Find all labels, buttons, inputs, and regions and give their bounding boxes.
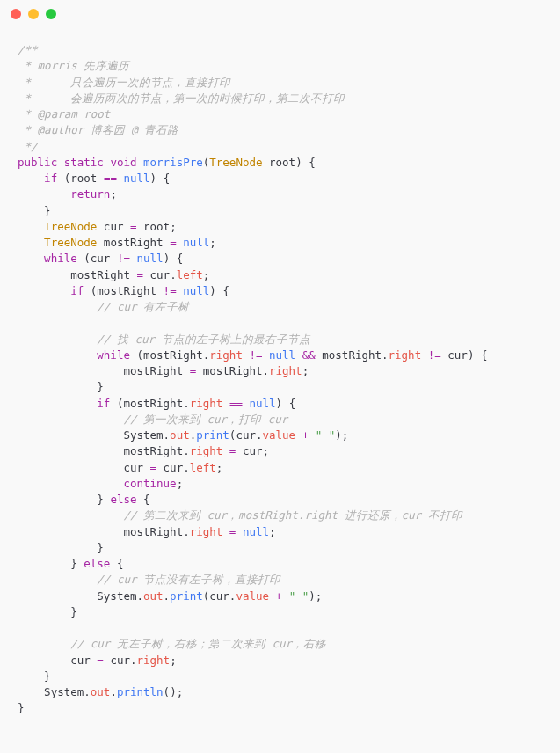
kw-while: while <box>44 252 77 265</box>
semi: ; <box>342 428 349 442</box>
kw-null: null <box>183 284 209 297</box>
op-assign: = <box>170 236 177 249</box>
rparen: ) <box>209 284 216 297</box>
kw-if: if <box>44 172 57 185</box>
rparen: ) <box>164 252 171 265</box>
ident-mostright: mostRight <box>143 348 203 362</box>
kw-void: void <box>110 156 136 169</box>
ident-cur: cur <box>243 444 263 457</box>
ident-mostright: mostRight <box>123 444 183 457</box>
prop-value: value <box>263 428 296 442</box>
dot: . <box>170 268 177 281</box>
ident-mostright: mostRight <box>70 268 130 281</box>
ident-cur: cur <box>110 654 130 667</box>
kw-null: null <box>183 236 209 249</box>
op-andand: && <box>302 348 316 362</box>
kw-public: public <box>18 156 57 169</box>
dot: . <box>262 364 269 377</box>
op-assign: = <box>97 654 104 667</box>
op-assign: = <box>136 268 143 281</box>
rbrace: } <box>70 557 77 570</box>
comment-line: * 只会遍历一次的节点，直接打印 <box>18 76 230 89</box>
comment-line: * @author 博客园 @ 青石路 <box>18 123 178 136</box>
semi: ; <box>177 477 184 490</box>
semi: ; <box>263 444 270 457</box>
kw-return: return <box>70 187 110 201</box>
op-neq: != <box>428 348 441 362</box>
dot: . <box>382 348 389 362</box>
comment-line: /** <box>18 43 38 56</box>
ident-cur: cur <box>447 348 468 362</box>
ident-cur: cur <box>209 589 229 603</box>
lbrace: { <box>177 252 184 265</box>
param-root: root <box>269 156 295 169</box>
ident-mostright: mostRight <box>123 525 183 538</box>
rbrace: } <box>97 493 104 506</box>
ident-root: root <box>143 220 170 233</box>
prop-right: right <box>190 444 223 457</box>
ident-system: System <box>123 428 163 442</box>
ident-cur: cur <box>91 252 111 265</box>
kw-else: else <box>110 493 136 506</box>
rparen: ) <box>309 589 316 603</box>
prop-out: out <box>91 685 111 698</box>
code-window: /** * morris 先序遍历 * 只会遍历一次的节点，直接打印 * 会遍历… <box>0 0 560 738</box>
semi: ; <box>170 220 177 233</box>
ident-mostright: mostRight <box>322 348 382 362</box>
prop-left: left <box>177 268 203 281</box>
string-space: " " <box>289 589 309 603</box>
prop-right: right <box>389 348 422 362</box>
close-icon[interactable] <box>11 9 21 19</box>
op-plus: + <box>302 428 309 442</box>
kw-null: null <box>137 252 164 265</box>
ident-root: root <box>70 172 97 185</box>
type-treenode: TreeNode <box>44 220 97 233</box>
kw-null: null <box>123 172 149 185</box>
op-neq: != <box>164 284 177 297</box>
kw-if: if <box>70 284 84 297</box>
semi: ; <box>177 685 184 698</box>
comment-line: // cur 有左子树 <box>97 300 189 313</box>
comment-line: // 第二次来到 cur，mostRight.right 进行还原，cur 不打… <box>123 508 462 522</box>
prop-value: value <box>236 589 269 603</box>
op-neq: != <box>117 252 130 265</box>
rbrace: } <box>44 669 51 683</box>
lparen: ( <box>84 252 91 265</box>
ident-system: System <box>44 685 84 698</box>
prop-right: right <box>269 364 302 377</box>
op-plus: + <box>276 589 283 603</box>
prop-right: right <box>209 348 243 362</box>
lbrace: { <box>222 284 229 297</box>
ident-mostright: mostRight <box>123 397 183 410</box>
comment-line: * morris 先序遍历 <box>18 59 129 72</box>
lbrace: { <box>143 493 150 506</box>
func-print: print <box>170 589 203 603</box>
rbrace: } <box>97 541 104 554</box>
comment-line: * @param root <box>18 107 110 121</box>
dot: . <box>256 428 263 442</box>
rbrace: } <box>97 380 104 393</box>
kw-null: null <box>249 397 275 410</box>
lparen: ( <box>164 685 171 698</box>
semi: ; <box>203 268 210 281</box>
prop-right: right <box>137 654 171 667</box>
dot: . <box>164 428 171 442</box>
comment-line: // 找 cur 节点的左子树上的最右子节点 <box>97 333 309 346</box>
op-eqeq: == <box>104 172 117 185</box>
comment-line: // 第一次来到 cur，打印 cur <box>123 413 287 426</box>
semi: ; <box>316 589 323 603</box>
rbrace: } <box>18 701 25 714</box>
rparen: ) <box>276 397 283 410</box>
ident-cur: cur <box>70 654 91 667</box>
ident-mostright: mostRight <box>104 236 164 249</box>
rparen: ) <box>295 156 302 169</box>
dot: . <box>183 444 190 457</box>
dot: . <box>183 525 190 538</box>
rbrace: } <box>70 605 77 618</box>
func-name: morrisPre <box>143 156 203 169</box>
maximize-icon[interactable] <box>46 9 56 19</box>
lbrace: { <box>164 172 171 185</box>
ident-system: System <box>97 589 136 603</box>
minimize-icon[interactable] <box>28 9 39 19</box>
ident-mostright: mostRight <box>123 364 183 377</box>
